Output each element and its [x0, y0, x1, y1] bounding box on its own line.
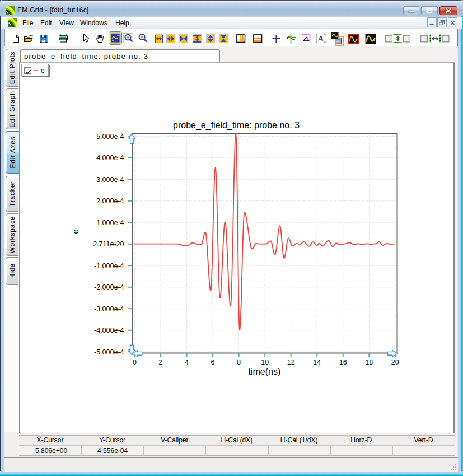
svg-text:14: 14 — [313, 358, 321, 366]
svg-text:A: A — [318, 34, 324, 43]
svg-text:1.000e-4: 1.000e-4 — [96, 219, 124, 227]
svg-text:8: 8 — [237, 358, 241, 366]
svg-text:2: 2 — [159, 358, 163, 366]
svg-text:18: 18 — [365, 358, 373, 366]
svg-text:2.711e-20: 2.711e-20 — [93, 240, 124, 248]
svg-text:5.000e-4: 5.000e-4 — [96, 133, 124, 141]
svg-text:10: 10 — [261, 358, 269, 366]
svg-text:e: e — [71, 229, 80, 234]
svg-text:-3.000e-4: -3.000e-4 — [94, 305, 124, 313]
svg-text:4.000e-4: 4.000e-4 — [96, 154, 124, 162]
svg-text:2.000e-4: 2.000e-4 — [96, 197, 124, 205]
svg-text:-4.000e-4: -4.000e-4 — [94, 326, 124, 334]
svg-text:time(ns): time(ns) — [249, 367, 281, 376]
svg-text:6: 6 — [211, 358, 215, 366]
svg-text:probe_e_field_time: probe no.: probe_e_field_time: probe no. 3 — [173, 120, 300, 130]
svg-text:3.000e-4: 3.000e-4 — [96, 176, 124, 184]
svg-text:-5.000e-4: -5.000e-4 — [94, 348, 124, 356]
svg-text:4: 4 — [185, 358, 189, 366]
svg-text:0: 0 — [133, 358, 137, 366]
svg-text:16: 16 — [339, 358, 347, 366]
svg-text:-2.000e-4: -2.000e-4 — [94, 283, 124, 291]
svg-text:20: 20 — [391, 358, 399, 366]
svg-text:12: 12 — [287, 358, 295, 366]
svg-text:-1.000e-4: -1.000e-4 — [94, 262, 124, 270]
